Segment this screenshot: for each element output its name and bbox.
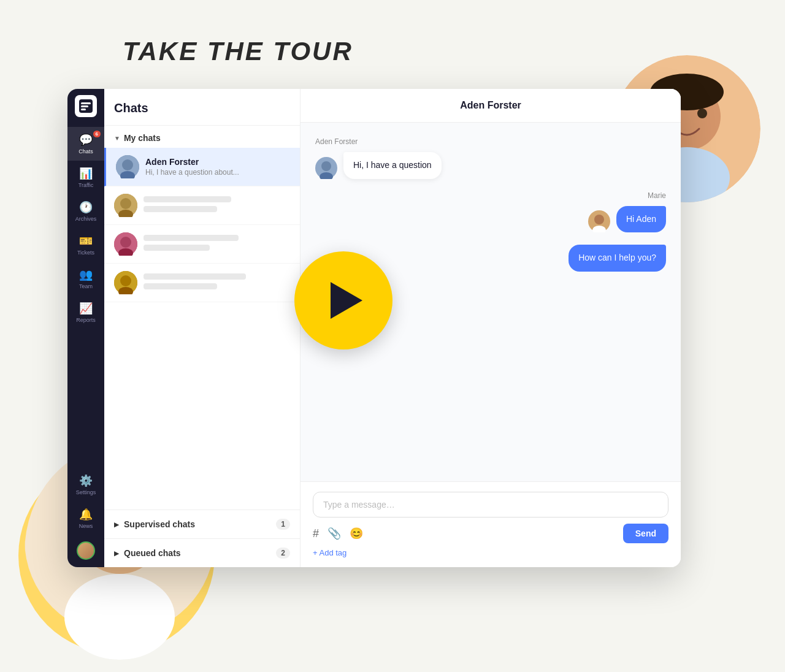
sidebar-item-reports[interactable]: 📈 Reports	[67, 296, 104, 329]
svg-rect-16	[81, 102, 91, 104]
sidebar-item-team[interactable]: 👥 Team	[67, 262, 104, 296]
svg-point-4	[697, 109, 707, 118]
sidebar-item-news[interactable]: 🔔 News	[67, 502, 104, 535]
sidebar-item-tickets[interactable]: 🎫 Tickets	[67, 228, 104, 262]
input-icons: # 📎 😊	[313, 527, 363, 540]
svg-point-29	[120, 275, 131, 286]
aden-bubble: Hi, I have a question	[343, 152, 442, 179]
message-input-area: Type a message… # 📎 😊 Send + Add tag	[301, 481, 681, 567]
supervised-count: 1	[276, 519, 290, 530]
settings-label: Settings	[76, 489, 96, 495]
chats-panel-title: Chats	[104, 89, 300, 126]
aden-avatar	[116, 155, 139, 178]
message-row-marie-1: Hi Aden	[588, 206, 666, 233]
team-label: Team	[79, 283, 93, 289]
chats-label: Chats	[78, 148, 93, 155]
news-icon: 🔔	[79, 508, 93, 521]
svg-point-8	[64, 574, 175, 660]
chat-item-aden[interactable]: Aden Forster Hi, I have a question about…	[104, 148, 300, 186]
placeholder-name-4	[144, 273, 246, 280]
chat-badge: 6	[93, 131, 101, 137]
traffic-icon: 📊	[79, 167, 93, 180]
user4-info	[144, 273, 290, 292]
chats-panel: Chats ▼ My chats Aden Forster Hi, I have…	[104, 89, 301, 567]
user4-avatar	[114, 271, 137, 294]
placeholder-name-3	[144, 235, 239, 241]
chat-list: Aden Forster Hi, I have a question about…	[104, 148, 300, 510]
message-row-aden: Hi, I have a question	[315, 152, 442, 179]
placeholder-preview-4	[144, 283, 217, 289]
queued-chevron: ▶	[114, 550, 119, 557]
svg-point-20	[122, 159, 133, 170]
user3-avatar	[114, 232, 137, 256]
message-row-marie-2: How can I help you?	[540, 245, 666, 272]
archives-label: Archives	[75, 216, 97, 222]
tickets-label: Tickets	[77, 250, 94, 256]
reports-icon: 📈	[79, 302, 93, 315]
aden-info: Aden Forster Hi, I have a question about…	[145, 157, 290, 177]
team-icon: 👥	[79, 268, 93, 281]
hashtag-icon[interactable]: #	[313, 527, 319, 540]
marie-bubble-2: How can I help you?	[569, 245, 666, 272]
sidebar-item-avatar[interactable]	[67, 535, 104, 567]
archives-icon: 🕐	[79, 200, 93, 214]
placeholder-preview-3	[144, 245, 210, 251]
sidebar-item-archives[interactable]: 🕐 Archives	[67, 194, 104, 228]
reports-label: Reports	[76, 317, 96, 323]
chat-item-4[interactable]	[104, 264, 300, 302]
emoji-icon[interactable]: 😊	[350, 527, 363, 540]
tickets-icon: 🎫	[79, 234, 93, 248]
sidebar-nav: 6 💬 Chats 📊 Traffic 🕐 Archives 🎫 Tickets…	[67, 89, 104, 567]
user-avatar	[77, 541, 95, 560]
input-toolbar: # 📎 😊 Send	[313, 524, 668, 543]
sidebar-item-chats[interactable]: 6 💬 Chats	[67, 127, 104, 161]
placeholder-name-2	[144, 196, 231, 202]
supervised-chats-section[interactable]: ▶ Supervised chats 1	[104, 510, 300, 538]
add-tag-button[interactable]: + Add tag	[313, 548, 668, 557]
send-button[interactable]: Send	[623, 524, 668, 543]
svg-point-35	[594, 215, 604, 224]
my-chats-label: My chats	[124, 133, 161, 143]
chat-item-2[interactable]	[104, 186, 300, 225]
my-chats-section[interactable]: ▼ My chats	[104, 126, 300, 148]
user2-info	[144, 196, 290, 215]
message-group-marie-1: Marie Hi Aden	[315, 191, 666, 233]
queued-chats-label: Queued chats	[124, 548, 181, 558]
marie-bubble-1: Hi Aden	[616, 206, 666, 233]
queued-chats-section[interactable]: ▶ Queued chats 2	[104, 538, 300, 567]
play-button-overlay[interactable]	[294, 251, 392, 349]
attachment-icon[interactable]: 📎	[327, 527, 341, 540]
app-logo[interactable]	[75, 95, 97, 117]
supervised-chevron: ▶	[114, 521, 119, 528]
placeholder-preview-2	[144, 206, 217, 212]
chat-header: Aden Forster	[301, 89, 681, 123]
svg-rect-17	[81, 105, 88, 107]
user2-avatar	[114, 194, 137, 217]
queued-count: 2	[276, 548, 290, 559]
svg-point-32	[321, 161, 331, 171]
traffic-label: Traffic	[78, 182, 94, 188]
chats-icon: 💬	[79, 133, 93, 147]
svg-point-23	[120, 198, 131, 209]
svg-point-26	[120, 237, 131, 248]
news-label: News	[79, 523, 93, 529]
svg-rect-18	[81, 109, 86, 110]
sender-name-aden: Aden Forster	[315, 137, 358, 146]
play-button[interactable]	[294, 251, 392, 349]
supervised-chats-label: Supervised chats	[124, 519, 195, 529]
my-chats-chevron: ▼	[114, 135, 120, 142]
marie-msg-avatar	[588, 210, 610, 232]
user3-info	[144, 235, 290, 253]
message-input-box[interactable]: Type a message…	[313, 492, 668, 517]
message-group-aden: Aden Forster Hi, I have a question	[315, 137, 666, 179]
aden-preview: Hi, I have a question about...	[145, 168, 290, 177]
input-placeholder: Type a message…	[323, 500, 658, 510]
aden-name: Aden Forster	[145, 157, 290, 167]
settings-icon: ⚙️	[79, 474, 93, 487]
play-triangle-icon	[331, 282, 362, 319]
chat-item-3[interactable]	[104, 225, 300, 264]
aden-msg-avatar	[315, 157, 337, 179]
sidebar-item-traffic[interactable]: 📊 Traffic	[67, 161, 104, 194]
tour-text: TAKE THE TOUR	[123, 37, 353, 66]
sidebar-item-settings[interactable]: ⚙️ Settings	[67, 468, 104, 502]
